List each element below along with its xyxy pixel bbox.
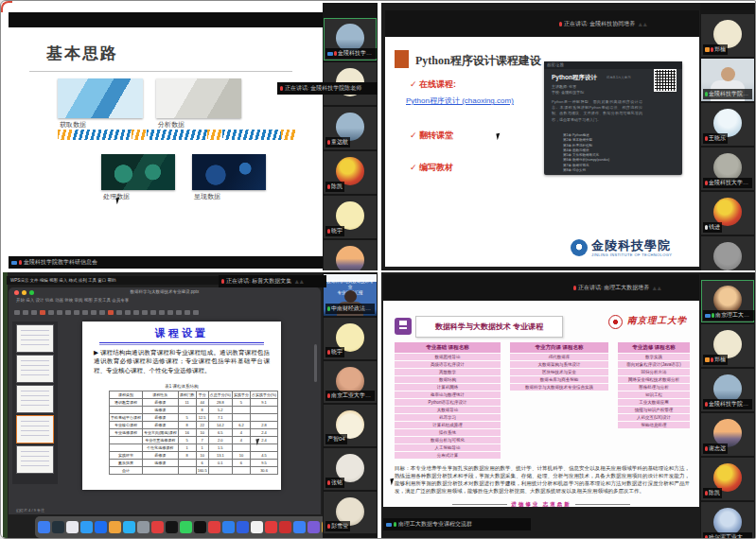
participant-tile[interactable]: 金陵科技学院李老师 <box>701 369 754 411</box>
menu-bar-items[interactable]: WPS演示 文件 编辑 视图 插入 格式 排列 工具 窗口 帮助 <box>10 278 116 283</box>
participant-tile[interactable]: 郑楠 <box>701 14 754 57</box>
participant-tile[interactable]: 童远航 <box>324 107 377 149</box>
raised-hand-icon <box>705 47 710 52</box>
table-cell: 个性化选修课程 <box>143 444 179 452</box>
table-cell: 6 <box>196 460 208 467</box>
participant-tile[interactable]: 晓宇 <box>324 318 377 359</box>
participant-tile[interactable]: 彭雪莹 <box>324 492 377 533</box>
dock-app-icon[interactable] <box>208 521 220 533</box>
participant-name-badge: 彭雪莹 <box>325 521 350 531</box>
course-column-elective: 专业选修 课程名称数学实践面向对象程序设计(Java语言)回归分析方法网络安全编… <box>618 342 690 428</box>
participant-tile[interactable]: 数据科学与大数据技术专业 专业建设汇报中南财经政法大学刘文敏 <box>324 274 377 316</box>
speaking-toast: 正在讲话: 南理工大数据培养 ▲▲ <box>571 282 701 294</box>
participant-tile[interactable]: 南京理工大学紫金学院丁洁 <box>701 280 754 322</box>
scrollbar-handle[interactable] <box>314 344 317 382</box>
participant-tile[interactable]: 金陵科技大学张老师 <box>701 148 754 190</box>
course-row: 区块链技术与安全 <box>510 369 608 375</box>
toolbar-icon[interactable] <box>57 310 62 315</box>
toolbar-icon[interactable] <box>176 310 182 315</box>
dock-app-icon[interactable] <box>95 521 107 533</box>
dock-app-icon[interactable] <box>180 521 192 533</box>
toolbar-icon[interactable] <box>116 310 122 315</box>
participant-name-badge: 晓宇 <box>325 347 344 357</box>
participant-tile[interactable] <box>701 236 754 270</box>
slide-thumbnail[interactable] <box>17 416 53 443</box>
participant-tile[interactable]: 张铭 <box>324 448 377 490</box>
dock-app-icon[interactable] <box>80 521 93 533</box>
participant-tile[interactable]: 谢志远 <box>701 413 754 456</box>
participant-tile[interactable]: 陈凯 <box>324 151 377 194</box>
toolbar-icon[interactable] <box>125 310 131 315</box>
toolbar-icon[interactable] <box>31 310 37 315</box>
table-cell: 7 <box>196 437 208 444</box>
participant-tile[interactable]: 谢志远 <box>324 240 377 270</box>
chaoxing-course-link[interactable]: Python程序设计 (chaoxing.com) <box>406 96 514 106</box>
dock-app-icon[interactable] <box>279 521 291 533</box>
dock-app-icon[interactable] <box>251 521 263 533</box>
toolbar-icon[interactable] <box>65 310 71 315</box>
jit-logo-icon <box>571 239 588 256</box>
table-cell: 5 <box>232 399 250 407</box>
participant-name-text: 谢志远 <box>709 444 726 453</box>
dock-app-icon[interactable] <box>38 521 50 533</box>
toolbar-icons[interactable] <box>14 306 315 319</box>
toolbar-icon[interactable] <box>23 310 28 315</box>
slide-thumbnail[interactable] <box>17 325 53 352</box>
participant-tile[interactable]: 王晓乐 <box>701 103 754 146</box>
participant-tile[interactable]: 陈凯 <box>701 458 754 500</box>
dock-app-icon[interactable] <box>265 521 277 533</box>
toolbar-icon[interactable] <box>142 310 148 315</box>
participant-tile[interactable]: 郑楠 <box>701 324 754 367</box>
participant-tile[interactable]: 严智04 <box>324 405 377 446</box>
participant-name-text: 郑楠 <box>714 356 726 364</box>
toolbar-icon[interactable] <box>14 310 20 315</box>
dock-app-icon[interactable] <box>123 521 135 533</box>
participant-name-text: 金陵科技学院陈友明 <box>709 90 750 98</box>
dock-app-icon[interactable] <box>52 521 64 533</box>
toolbar-icon[interactable] <box>40 310 45 315</box>
step-label-present: 呈现数据 <box>194 192 220 201</box>
toolbar-icon[interactable] <box>48 310 54 315</box>
toolbar-icon[interactable] <box>91 310 97 315</box>
status-bar: 幻灯片 4 / 9 备注 <box>16 508 44 513</box>
ribbon-tabs[interactable]: 开始 插入 设计 切换 动画 放映 审阅 视图 开发工具 会员专享 <box>16 298 129 303</box>
toolbar-icon[interactable] <box>185 310 190 315</box>
dock-app-icon[interactable] <box>137 521 149 533</box>
presentation-slide: 课程设置 ▶ 课程结构由通识教育课程和专业课程组成。通识教育课程包括通识教育必修… <box>82 322 281 490</box>
dock-app-icon[interactable] <box>109 521 121 533</box>
table-cell: 160.5 <box>196 467 208 475</box>
toolbar-icon[interactable] <box>108 310 114 315</box>
participant-tile[interactable]: 金陵科技学院教科研信息 <box>324 18 377 61</box>
participant-tile[interactable]: 钱进 <box>701 192 754 235</box>
dock-app-icon[interactable] <box>237 521 249 533</box>
participant-tile[interactable]: 晓宇 <box>324 196 377 238</box>
dock-app-icon[interactable] <box>308 521 320 533</box>
mic-icon <box>19 260 22 265</box>
dock-app-icon[interactable] <box>222 521 235 533</box>
dock-app-icon[interactable] <box>151 521 164 533</box>
toolbar-icon[interactable] <box>99 310 105 315</box>
dock-app-icon[interactable] <box>194 521 206 533</box>
dock-app-icon[interactable] <box>166 521 178 533</box>
slide-thumbnail[interactable] <box>17 356 53 382</box>
slide-thumbnail[interactable] <box>17 386 53 412</box>
slide-thumbnail-panel[interactable] <box>12 322 58 484</box>
dock-app-icon[interactable] <box>293 521 306 533</box>
participant-tile[interactable]: 南京工业大学陈静 <box>324 361 377 403</box>
qr-code <box>654 69 677 92</box>
toolbar-icon[interactable] <box>193 310 199 315</box>
table-cell: 必修课 <box>143 422 179 429</box>
slide-body-text: ▶ 课程结构由通识教育课程和专业课程组成。通识教育课程包括通识教育必修课程和选修… <box>94 348 270 374</box>
toolbar-icon[interactable] <box>82 310 88 315</box>
toolbar-icon[interactable] <box>167 310 173 315</box>
dock-app-icon[interactable] <box>66 521 79 533</box>
participant-tile[interactable]: 哈尔滨工业大学王辰 <box>701 502 754 538</box>
toolbar-icon[interactable] <box>133 310 139 315</box>
participant-tile[interactable]: 金陵科技学院陈友明 <box>701 59 754 101</box>
table-cell: 4 <box>232 429 250 437</box>
toolbar-icon[interactable] <box>74 310 79 315</box>
slide-thumbnail[interactable] <box>17 446 53 473</box>
toolbar-icon[interactable] <box>159 310 165 315</box>
toolbar-icon[interactable] <box>150 310 156 315</box>
table-cell: 素质拓展 <box>110 460 143 467</box>
